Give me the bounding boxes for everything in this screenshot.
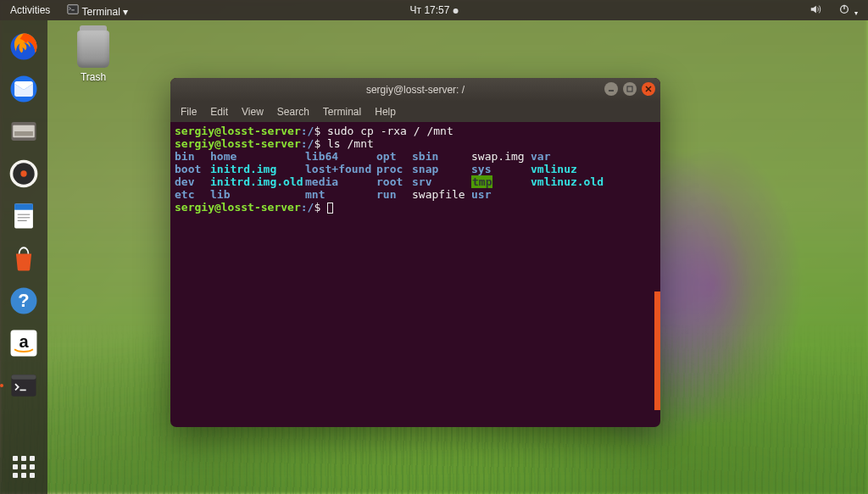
terminal-cursor <box>327 203 333 214</box>
terminal-app-icon <box>7 369 41 402</box>
launcher-amazon[interactable]: a <box>5 325 42 362</box>
amazon-icon: a <box>7 326 41 360</box>
menu-view[interactable]: View <box>236 104 269 119</box>
trash-icon <box>77 31 109 68</box>
menu-terminal[interactable]: Terminal <box>318 104 366 119</box>
clock[interactable]: Чт 17:57 <box>407 4 462 16</box>
launcher-help[interactable]: ? <box>5 282 42 319</box>
launcher-files[interactable] <box>5 113 42 150</box>
svg-rect-0 <box>68 4 78 14</box>
prompt-dollar: $ <box>314 201 320 214</box>
prompt-sep: : <box>301 201 308 214</box>
launcher-firefox[interactable] <box>5 28 42 65</box>
volume-indicator[interactable] <box>806 3 825 18</box>
music-icon <box>7 157 41 191</box>
svg-text:a: a <box>19 332 29 351</box>
svg-text:?: ? <box>18 290 29 311</box>
command-2: ls /mnt <box>327 137 374 150</box>
launcher-software[interactable] <box>5 240 42 277</box>
menu-edit[interactable]: Edit <box>205 104 233 119</box>
shopping-bag-icon <box>7 241 41 275</box>
command-1: sudo cp -rxa / /mnt <box>327 125 453 137</box>
app-menu-button[interactable]: Terminal ▾ <box>64 3 131 18</box>
prompt-user: sergiy@losst-server <box>175 125 301 137</box>
window-title: sergiy@losst-server: / <box>366 84 465 96</box>
files-icon <box>7 114 41 148</box>
prompt-sep: : <box>301 137 308 150</box>
svg-rect-23 <box>627 86 632 92</box>
launcher-dock: ? a <box>0 20 47 494</box>
svg-rect-12 <box>14 203 33 209</box>
prompt-user: sergiy@losst-server <box>175 137 301 150</box>
prompt-dollar: $ <box>314 125 320 137</box>
terminal-window: sergiy@losst-server: / File Edit View Se… <box>170 78 660 427</box>
prompt-user: sergiy@losst-server <box>175 201 301 214</box>
terminal-menubar: File Edit View Search Terminal Help <box>170 102 660 122</box>
window-maximize-button[interactable] <box>623 82 637 96</box>
document-icon <box>7 199 41 233</box>
firefox-icon <box>7 30 41 64</box>
desktop-trash[interactable]: Trash <box>66 31 120 83</box>
svg-rect-21 <box>11 375 36 379</box>
svg-rect-7 <box>14 131 33 136</box>
menu-search[interactable]: Search <box>272 104 314 119</box>
terminal-icon <box>67 3 79 15</box>
terminal-scrollbar[interactable] <box>654 291 660 410</box>
launcher-thunderbird[interactable] <box>5 70 42 108</box>
menu-file[interactable]: File <box>175 104 202 119</box>
window-titlebar[interactable]: sergiy@losst-server: / <box>170 78 660 102</box>
activities-button[interactable]: Activities <box>7 4 53 16</box>
top-bar: Activities Terminal ▾ Чт 17:57 ▾ <box>0 0 868 20</box>
terminal-output[interactable]: sergiy@losst-server:/$ sudo cp -rxa / /m… <box>170 122 660 427</box>
minimize-icon <box>608 86 615 92</box>
thunderbird-icon <box>7 72 41 106</box>
ls-output: binhomelib64optsbinswap.imgvarbootinitrd… <box>175 150 656 201</box>
window-close-button[interactable] <box>642 82 655 96</box>
power-icon <box>838 3 850 15</box>
close-icon <box>645 86 652 92</box>
trash-label: Trash <box>66 71 120 83</box>
help-icon: ? <box>7 284 41 318</box>
menu-help[interactable]: Help <box>370 104 401 119</box>
maximize-icon <box>626 86 633 92</box>
prompt-sep: : <box>301 125 308 137</box>
launcher-terminal[interactable] <box>5 367 42 404</box>
svg-point-10 <box>20 170 26 176</box>
window-minimize-button[interactable] <box>604 82 618 96</box>
volume-icon <box>810 3 821 15</box>
launcher-writer[interactable] <box>5 197 42 235</box>
show-applications-button[interactable] <box>5 448 42 486</box>
app-menu-label: Terminal ▾ <box>81 6 128 18</box>
prompt-dollar: $ <box>314 137 320 150</box>
launcher-rhythmbox[interactable] <box>5 155 42 192</box>
power-indicator[interactable]: ▾ <box>835 3 861 18</box>
